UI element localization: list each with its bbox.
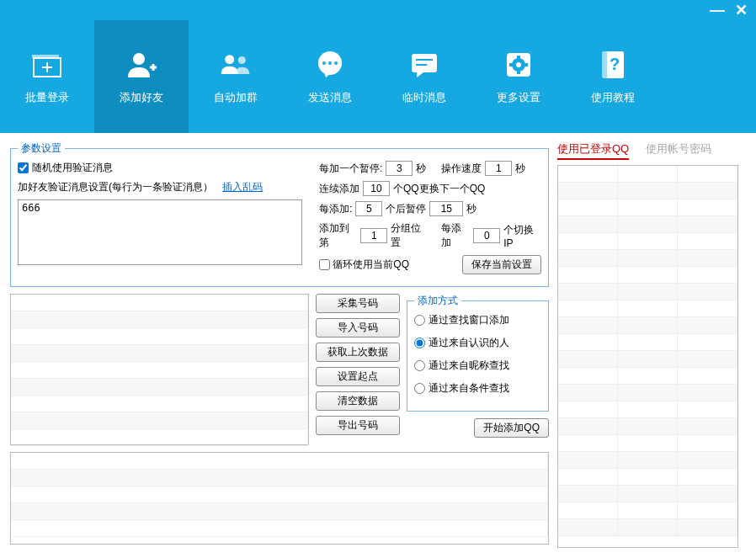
qq-list-grid[interactable] [557,165,738,548]
radio-find-window[interactable]: 通过查找窗口添加 [414,313,541,327]
tool-label: 批量登录 [25,90,69,105]
tab-send-msg[interactable]: 发送消息 [283,20,377,133]
tool-label: 发送消息 [308,90,352,105]
radio-known-people[interactable]: 通过来自认识的人 [414,336,541,350]
params-fieldset: 参数设置 随机使用验证消息 加好友验证消息设置(每行为一条验证消息） 插入乱码 [10,141,549,287]
params-legend: 参数设置 [18,141,65,156]
svg-rect-21 [509,63,514,66]
auto-group-icon [219,48,253,82]
loop-qq-checkbox[interactable] [319,259,330,270]
svg-point-18 [516,62,521,67]
insert-random-link[interactable]: 插入乱码 [222,180,263,194]
set-origin-button[interactable]: 设置起点 [316,367,400,386]
radio-condition[interactable]: 通过来自条件查找 [414,381,541,396]
export-number-button[interactable]: 导出号码 [316,416,400,435]
toolbar: 批量登录 添加好友 自动加群 发送消息 临时消息 更多设置 ? 使用教程 [0,20,756,133]
switch-ip-input[interactable] [473,228,500,243]
svg-point-4 [133,53,145,65]
titlebar: — ✕ [0,0,756,20]
tab-more-settings[interactable]: 更多设置 [471,20,566,133]
svg-point-11 [328,61,332,65]
tool-label: 临时消息 [402,90,446,105]
svg-point-12 [334,61,338,65]
tool-label: 添加好友 [120,90,163,105]
svg-point-7 [225,55,234,64]
random-verify-checkbox[interactable] [18,162,29,173]
tab-account-password[interactable]: 使用帐号密码 [646,141,711,160]
batch-login-icon [30,48,64,82]
svg-point-8 [238,56,246,64]
gear-icon [502,48,535,82]
get-last-data-button[interactable]: 获取上次数据 [316,343,400,362]
random-verify-label: 随机使用验证消息 [32,161,113,175]
each-add-input[interactable] [355,201,382,216]
tutorial-icon: ? [596,48,630,82]
loop-qq-label: 循环使用当前QQ [333,258,409,270]
continuous-add-input[interactable] [363,181,390,196]
svg-rect-13 [412,54,437,72]
tool-label: 自动加群 [214,90,258,105]
number-list-grid[interactable] [10,294,309,445]
svg-rect-24 [602,51,607,78]
minimize-button[interactable]: — [710,2,725,19]
group-pos-input[interactable] [360,228,387,243]
svg-rect-19 [517,56,520,60]
tab-auto-group[interactable]: 自动加群 [189,20,283,133]
tool-label: 更多设置 [497,90,540,105]
pause-each-input[interactable] [386,161,413,176]
svg-rect-20 [517,70,520,74]
save-settings-button[interactable]: 保存当前设置 [462,255,541,274]
svg-rect-22 [524,63,528,66]
verify-msg-textarea[interactable] [18,199,302,265]
radio-nickname[interactable]: 通过来自昵称查找 [414,359,541,373]
temp-msg-icon [407,48,441,82]
qq-source-tabs: 使用已登录QQ 使用帐号密码 [557,141,746,160]
speed-input[interactable] [485,161,512,176]
start-add-button[interactable]: 开始添加QQ [474,418,549,438]
tab-tutorial[interactable]: ? 使用教程 [566,20,660,133]
tab-add-friend[interactable]: 添加好友 [94,20,189,133]
close-button[interactable]: ✕ [735,1,748,19]
add-friend-icon [125,48,158,82]
tab-logged-in-qq[interactable]: 使用已登录QQ [557,141,629,160]
each-pause-input[interactable] [429,201,463,216]
svg-rect-1 [32,55,59,58]
verify-desc: 加好友验证消息设置(每行为一条验证消息） [18,180,213,194]
tool-label: 使用教程 [591,90,635,105]
svg-text:?: ? [610,55,620,73]
log-grid[interactable] [10,452,549,545]
add-method-fieldset: 添加方式 通过查找窗口添加 通过来自认识的人 通过来自昵称查找 通过来自条件查找 [407,294,549,412]
collect-number-button[interactable]: 采集号码 [316,294,400,313]
add-method-legend: 添加方式 [414,294,461,308]
tab-batch-login[interactable]: 批量登录 [0,20,94,133]
svg-point-10 [322,61,326,65]
import-number-button[interactable]: 导入号码 [316,318,400,337]
tab-temp-msg[interactable]: 临时消息 [377,20,471,133]
send-msg-icon [313,48,347,82]
clear-data-button[interactable]: 清空数据 [316,391,400,411]
